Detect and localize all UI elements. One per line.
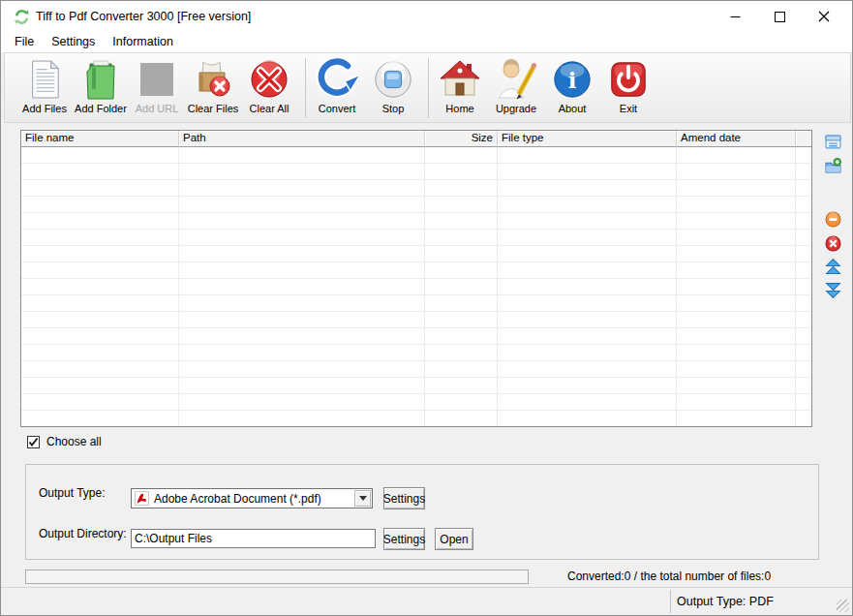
toolbar-label: Stop xyxy=(382,103,405,114)
clear-all-button[interactable]: Clear All xyxy=(241,56,297,114)
remove-item-button[interactable] xyxy=(825,211,842,229)
output-directory-settings-button[interactable]: Settings xyxy=(383,528,425,550)
toolbar-label: Clear Files xyxy=(188,103,239,114)
column-header-path[interactable]: Path xyxy=(179,131,425,147)
toolbar-separator xyxy=(428,58,429,118)
grid-line xyxy=(424,147,425,426)
exit-button[interactable]: Exit xyxy=(600,56,656,114)
app-window: Tiff to Pdf Converter 3000 [Free version… xyxy=(0,0,853,616)
toolbar-label: Home xyxy=(445,103,473,114)
grid-line xyxy=(497,147,498,426)
statusbar: Output Type: PDF xyxy=(1,587,852,615)
choose-all-row: Choose all xyxy=(27,435,102,448)
add-folder-button[interactable]: Add Folder xyxy=(73,56,129,114)
stop-button[interactable]: Stop xyxy=(365,56,421,114)
toolbar-label: Add URL xyxy=(136,103,179,114)
table-body-empty xyxy=(21,147,811,426)
add-files-button[interactable]: Add Files xyxy=(16,56,73,114)
close-button[interactable] xyxy=(802,1,846,32)
grid-line xyxy=(676,147,677,426)
about-icon: i xyxy=(552,56,593,103)
toolbar-separator xyxy=(305,58,306,118)
app-icon[interactable] xyxy=(14,9,30,25)
pdf-file-icon xyxy=(135,491,149,506)
statusbar-output-type: Output Type: PDF xyxy=(670,590,830,613)
choose-all-checkbox[interactable] xyxy=(27,436,40,448)
chevron-down-icon xyxy=(359,496,367,501)
dropdown-button[interactable] xyxy=(354,490,371,507)
menu-file[interactable]: File xyxy=(6,32,43,52)
table-header-row: File name Path Size File type Amend date xyxy=(21,131,811,147)
stop-icon xyxy=(373,56,413,103)
add-url-button: Add URL xyxy=(129,56,185,114)
add-folder-small-button[interactable] xyxy=(825,158,842,175)
converted-count-text: Converted:0 / the total number of files:… xyxy=(567,570,771,583)
minimize-button[interactable] xyxy=(713,1,757,32)
toolbar-label: Convert xyxy=(319,103,356,114)
upgrade-button[interactable]: Upgrade xyxy=(488,56,544,114)
maximize-button[interactable] xyxy=(757,1,802,32)
column-header-extra[interactable] xyxy=(796,131,811,147)
upgrade-icon xyxy=(495,56,537,103)
toolbar-label: Clear All xyxy=(250,103,289,114)
clear-files-icon xyxy=(193,56,233,103)
column-header-file-name[interactable]: File name xyxy=(21,131,179,147)
grid-line xyxy=(178,147,179,426)
convert-button[interactable]: Convert xyxy=(309,56,365,114)
file-list-table: File name Path Size File type Amend date xyxy=(20,130,812,427)
grid-line xyxy=(795,147,796,426)
clear-files-button[interactable]: Clear Files xyxy=(185,56,241,114)
menu-settings[interactable]: Settings xyxy=(43,32,104,52)
conversion-progress-bar xyxy=(25,570,529,584)
toolbar-label: Add Folder xyxy=(75,103,127,114)
clear-items-button[interactable] xyxy=(825,235,842,253)
output-type-value: Adobe Acrobat Document (*.pdf) xyxy=(154,492,321,506)
resize-grip[interactable] xyxy=(837,600,849,612)
add-url-icon xyxy=(139,56,174,103)
add-folder-icon xyxy=(82,56,119,103)
toolbar-label: Add Files xyxy=(22,103,67,114)
output-type-label: Output Type: xyxy=(39,486,106,500)
titlebar: Tiff to Pdf Converter 3000 [Free version… xyxy=(1,1,852,32)
check-icon xyxy=(28,437,39,447)
output-settings-groupbox: Output Type: Adobe Acrobat Document (*.p… xyxy=(25,464,819,560)
choose-all-label: Choose all xyxy=(46,435,102,448)
exit-icon xyxy=(608,56,649,103)
open-directory-button[interactable]: Open xyxy=(435,528,473,550)
toolbar-label: Exit xyxy=(620,103,637,114)
add-files-small-button[interactable] xyxy=(825,134,842,151)
move-up-button[interactable] xyxy=(825,259,842,276)
toolbar-label: About xyxy=(559,103,587,114)
column-header-file-type[interactable]: File type xyxy=(498,131,677,147)
home-icon xyxy=(439,56,481,103)
output-type-dropdown[interactable]: Adobe Acrobat Document (*.pdf) xyxy=(131,488,373,508)
output-type-settings-button[interactable]: Settings xyxy=(383,487,425,509)
move-down-button[interactable] xyxy=(825,282,842,299)
convert-icon xyxy=(316,56,358,103)
column-header-size[interactable]: Size xyxy=(425,131,498,147)
output-directory-label: Output Directory: xyxy=(39,527,127,540)
toolbar-label: Upgrade xyxy=(496,103,536,114)
svg-text:i: i xyxy=(568,67,577,93)
output-directory-input[interactable] xyxy=(131,529,376,548)
menu-information[interactable]: Information xyxy=(104,32,182,52)
home-button[interactable]: Home xyxy=(432,56,488,114)
about-button[interactable]: i About xyxy=(544,56,600,114)
column-header-amend-date[interactable]: Amend date xyxy=(677,131,796,147)
clear-all-icon xyxy=(249,56,289,103)
window-title: Tiff to Pdf Converter 3000 [Free version… xyxy=(36,1,251,32)
menubar: File Settings Information xyxy=(1,32,852,52)
main-toolbar: Add Files Add Folder Add URL xyxy=(4,52,851,123)
add-files-icon xyxy=(27,56,62,103)
